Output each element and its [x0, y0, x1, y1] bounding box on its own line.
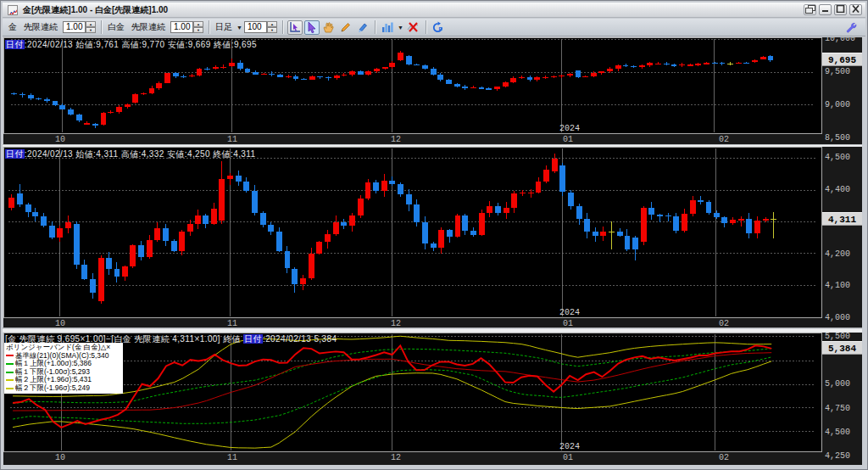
month-axis-label: 12	[391, 135, 401, 144]
month-axis-label: 02	[719, 135, 729, 144]
year-label: 2024	[559, 308, 580, 317]
toolbar-separator	[209, 20, 209, 34]
gold-ohlc-readout: 日付:2024/02/13 始値:9,761 高値:9,770 安値:9,669…	[5, 39, 257, 51]
close-button[interactable]	[849, 4, 862, 15]
bar-count-spinner[interactable]: ▲▼	[267, 21, 277, 33]
pencil-draw-tool-button[interactable]	[338, 20, 353, 35]
month-axis-label: 12	[391, 453, 401, 462]
gold-multiplier-spinner[interactable]: ▲▼	[86, 21, 96, 33]
close-value: 9,695	[234, 40, 257, 49]
indicator-caret-icon[interactable]: ▼	[398, 25, 403, 31]
month-axis-label: 11	[227, 453, 237, 462]
open-label: 始値	[75, 149, 93, 159]
high-value: 9,770	[142, 40, 164, 49]
price-axis-label: 4,750	[825, 404, 850, 414]
spin-down-icon[interactable]: ▼	[86, 27, 96, 33]
title-bar[interactable]: 金[先限連続]1.00 - 白金[先限連続]1.00	[3, 3, 865, 18]
spread-value: 5,384	[314, 334, 337, 344]
indicator-chart-button[interactable]	[380, 20, 395, 35]
platinum-candlestick-chart[interactable]	[3, 147, 822, 318]
month-axis-label: 01	[563, 453, 573, 462]
platinum-series-label: 先限連続	[131, 21, 165, 33]
last-price-box: 9,695	[822, 53, 862, 66]
close-value: 4,311	[233, 149, 255, 159]
gold-symbol-label: 金	[8, 21, 17, 33]
platinum-multiplier-spinner[interactable]: ▲▼	[193, 21, 203, 33]
platinum-multiplier-input[interactable]: 1.00	[170, 21, 193, 33]
price-axis-label: 4,100	[825, 281, 850, 291]
year-label: 2024	[559, 124, 580, 133]
spin-up-icon[interactable]: ▲	[267, 21, 277, 27]
year-label: 2024	[559, 442, 580, 451]
price-axis-label: 4,400	[825, 185, 850, 195]
month-axis-label: 10	[55, 453, 65, 462]
open-label: 始値	[75, 40, 93, 49]
price-axis-label: 4,000	[825, 313, 850, 323]
low-value: 9,669	[188, 40, 211, 49]
minimize-button[interactable]	[819, 4, 832, 15]
float-window-button[interactable]	[804, 4, 816, 15]
close-label: 終値	[213, 149, 231, 159]
settings-wrench-icon[interactable]	[843, 20, 859, 35]
legend-swatch	[6, 355, 14, 356]
price-axis-label: 9,000	[825, 100, 850, 110]
gold-series-label: 先限連続	[24, 21, 58, 33]
toolbar-separator	[426, 20, 426, 34]
refresh-button[interactable]: R	[431, 20, 446, 35]
legend-swatch	[6, 388, 14, 389]
last-price-box: 4,311	[822, 212, 862, 226]
spin-up-icon[interactable]: ▲	[86, 21, 96, 27]
month-axis-label: 10	[55, 135, 65, 144]
date-chip: 日付	[243, 334, 263, 344]
month-axis-label: 01	[563, 135, 573, 144]
high-value: 4,332	[142, 149, 164, 159]
price-axis-label: 9,500	[825, 67, 850, 77]
spin-down-icon[interactable]: ▼	[193, 27, 203, 33]
month-axis-label: 02	[719, 453, 729, 462]
bollinger-legend[interactable]: ボリンジャーバンド(金 白金)△× 基準線(21)(0)(SMA)(C):5,3…	[4, 343, 123, 394]
spread-bollinger-chart[interactable]	[3, 333, 822, 452]
legend-label: 幅２下限(-1.96σ):5,249	[15, 384, 90, 393]
last-price-box: 5,384	[822, 341, 862, 355]
legend-swatch	[6, 372, 14, 373]
period-caret-icon: ▼	[236, 25, 242, 31]
date-value: 2024/02/13	[265, 334, 311, 344]
legend-item: 幅２下限(-1.96σ):5,249	[6, 384, 121, 393]
delete-chart-button[interactable]	[406, 20, 421, 35]
spread-price-axis: 5,5005,0004,7504,5004,2505,384	[822, 333, 862, 465]
toolbar: 金 先限連続 1.00 ▲▼ 白金 先限連続 1.00 ▲▼ 日足 ▼ 100 …	[3, 19, 865, 36]
price-axis-label: 5,000	[825, 379, 850, 389]
period-dropdown[interactable]: 日足	[215, 21, 232, 33]
window-chart-icon	[8, 5, 18, 15]
price-axis-label: 4,500	[825, 153, 850, 163]
gold-candlestick-chart[interactable]	[3, 37, 822, 134]
date-value: 2024/02/13	[27, 149, 73, 159]
low-value: 4,250	[187, 149, 210, 159]
low-label: 安値	[168, 40, 186, 49]
legend-swatch	[6, 379, 14, 381]
select-arrow-tool-button[interactable]	[304, 20, 320, 35]
bar-count-input[interactable]: 100	[244, 21, 267, 33]
hand-pan-tool-button[interactable]	[321, 20, 337, 35]
price-axis-label: 4,500	[825, 428, 850, 438]
price-axis-label: 4,200	[825, 249, 850, 260]
platinum-price-axis: 4,5004,4004,3004,2004,1004,0004,311	[822, 147, 862, 327]
panel-splitter-1[interactable]	[3, 144, 862, 147]
marker-draw-tool-button[interactable]	[355, 20, 370, 35]
legend-swatch	[6, 363, 14, 365]
price-axis-label: 10,000	[825, 37, 855, 44]
panel-splitter-2[interactable]	[3, 327, 862, 333]
svg-text:R: R	[439, 26, 443, 31]
window-title: 金[先限連続]1.00 - 白金[先限連続]1.00	[23, 4, 168, 16]
low-label: 安値	[167, 149, 185, 159]
spin-down-icon[interactable]: ▼	[267, 27, 277, 33]
chart-cursor-tool-button[interactable]	[287, 20, 303, 35]
maximize-button[interactable]	[834, 4, 847, 15]
gold-multiplier-input[interactable]: 1.00	[63, 21, 86, 33]
spin-up-icon[interactable]: ▲	[193, 21, 203, 27]
price-axis-label: 4,250	[825, 451, 850, 462]
toolbar-separator	[282, 20, 283, 34]
open-value: 4,311	[96, 149, 118, 159]
platinum-ohlc-readout: 日付:2024/02/13 始値:4,311 高値:4,332 安値:4,250…	[5, 148, 255, 160]
spread-time-axis: 1011120102	[3, 452, 822, 465]
